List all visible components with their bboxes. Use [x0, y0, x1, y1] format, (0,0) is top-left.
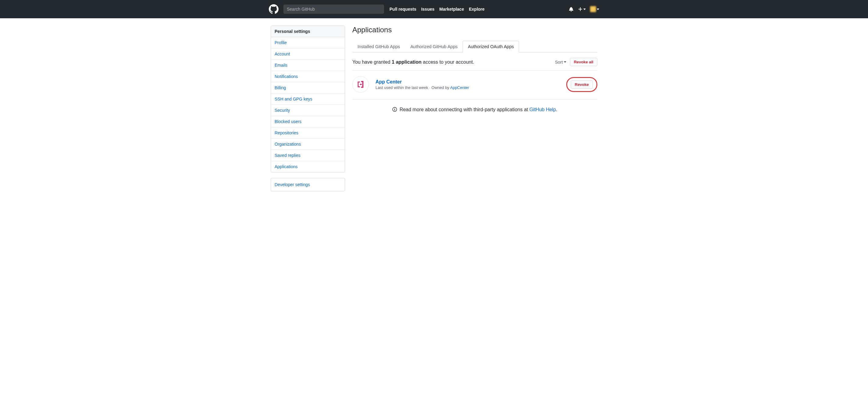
sidebar: Personal settings Profile Account Emails… [271, 26, 345, 191]
nav-marketplace[interactable]: Marketplace [439, 7, 464, 11]
plus-icon [578, 7, 583, 11]
sidenav-developer: Developer settings [271, 178, 345, 191]
global-header: Pull requests Issues Marketplace Explore [0, 0, 868, 18]
app-meta: Last used within the last week · Owned b… [375, 85, 566, 90]
tab-installed-github-apps[interactable]: Installed GitHub Apps [352, 41, 405, 53]
svg-point-2 [395, 108, 395, 109]
header-right [569, 6, 599, 12]
page-title: Applications [352, 26, 597, 34]
footer-period: . [556, 107, 557, 112]
user-menu[interactable] [590, 6, 599, 12]
caret-down-icon [564, 61, 566, 63]
footer-text: Read more about connecting with third-pa… [400, 107, 529, 112]
sidenav-item-security[interactable]: Security [271, 105, 345, 116]
tab-authorized-oauth-apps[interactable]: Authorized OAuth Apps [463, 41, 519, 53]
sidenav-item-repositories[interactable]: Repositories [271, 127, 345, 139]
sidenav-item-emails[interactable]: Emails [271, 60, 345, 71]
avatar [590, 6, 596, 12]
grant-text-post: access to your account. [422, 59, 474, 65]
sidenav-item-saved-replies[interactable]: Saved replies [271, 150, 345, 161]
sidenav-item-account[interactable]: Account [271, 48, 345, 60]
sort-label: Sort [555, 60, 563, 65]
sidenav-item-organizations[interactable]: Organizations [271, 139, 345, 150]
sidenav-item-blocked-users[interactable]: Blocked users [271, 116, 345, 127]
caret-down-icon [597, 8, 599, 10]
revoke-button[interactable]: Revoke [571, 80, 593, 89]
sort-dropdown[interactable]: Sort [555, 60, 566, 65]
app-info: App Center Last used within the last wee… [375, 79, 566, 90]
sidenav-item-notifications[interactable]: Notifications [271, 71, 345, 82]
app-row: App Center Last used within the last wee… [352, 71, 597, 100]
nav-issues[interactable]: Issues [421, 7, 435, 11]
header-nav: Pull requests Issues Marketplace Explore [390, 7, 485, 11]
github-logo-icon[interactable] [269, 4, 279, 14]
sidenav-personal: Personal settings Profile Account Emails… [271, 26, 345, 172]
footer-note: Read more about connecting with third-pa… [352, 100, 597, 120]
sidenav-item-developer-settings[interactable]: Developer settings [271, 178, 345, 191]
revoke-highlight: Revoke [566, 77, 597, 92]
sidenav-item-ssh-gpg[interactable]: SSH and GPG keys [271, 94, 345, 105]
create-menu[interactable] [578, 7, 586, 11]
nav-explore[interactable]: Explore [469, 7, 484, 11]
revoke-all-button[interactable]: Revoke all [570, 58, 597, 66]
app-center-icon [356, 80, 365, 89]
sidenav-item-profile[interactable]: Profile [271, 37, 345, 48]
tabs: Installed GitHub Apps Authorized GitHub … [352, 41, 597, 53]
sidenav-header: Personal settings [271, 26, 345, 37]
app-name-link[interactable]: App Center [375, 79, 402, 85]
nav-pull-requests[interactable]: Pull requests [390, 7, 416, 11]
app-last-used: Last used within the last week [375, 85, 428, 90]
main-content: Applications Installed GitHub Apps Autho… [352, 26, 597, 191]
grant-count: 1 application [392, 59, 422, 65]
grant-summary: You have granted 1 application access to… [352, 59, 474, 65]
app-owner-link[interactable]: AppCenter [450, 85, 469, 90]
notifications-icon[interactable] [569, 7, 574, 11]
tab-authorized-github-apps[interactable]: Authorized GitHub Apps [405, 41, 463, 53]
grant-text-pre: You have granted [352, 59, 392, 65]
search-input[interactable] [283, 5, 384, 14]
app-logo [352, 76, 369, 93]
github-help-link[interactable]: GitHub Help [529, 107, 556, 112]
sidenav-item-applications[interactable]: Applications [271, 161, 345, 172]
page-container: Personal settings Profile Account Emails… [269, 26, 599, 191]
header-inner: Pull requests Issues Marketplace Explore [269, 4, 599, 14]
app-owned-by-prefix: · Owned by [428, 85, 450, 90]
sidenav-item-billing[interactable]: Billing [271, 82, 345, 94]
list-header-row: You have granted 1 application access to… [352, 53, 597, 71]
caret-down-icon [583, 8, 586, 10]
info-icon [392, 107, 397, 112]
